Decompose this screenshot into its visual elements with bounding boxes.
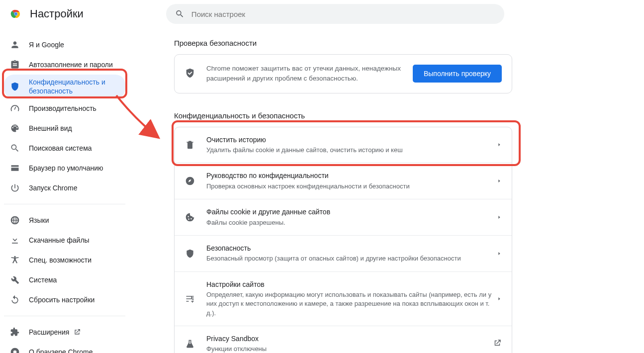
browser-icon — [10, 163, 20, 173]
chrome-logo-icon — [10, 8, 22, 20]
chevron-right-icon — [497, 213, 502, 221]
sidebar-item-label: Я и Google — [29, 40, 64, 49]
shield-icon — [10, 82, 20, 91]
sidebar-item-label: Производительность — [29, 104, 96, 113]
row-title: Privacy Sandbox — [206, 334, 493, 344]
row-desc: Удалить файлы cookie и данные сайтов, оч… — [206, 146, 497, 155]
sidebar-item-privacy[interactable]: Конфиденциальность и безопасность — [4, 75, 125, 98]
row-title: Очистить историю — [206, 135, 497, 145]
sidebar-item-label: Конфиденциальность и безопасность — [29, 78, 119, 95]
trash-icon — [184, 139, 195, 150]
person-icon — [10, 40, 20, 50]
row-privacy-guide[interactable]: Руководство по конфиденциальности Провер… — [175, 163, 512, 199]
chrome-icon — [10, 347, 20, 353]
chevron-right-icon — [497, 295, 502, 303]
search-icon — [175, 9, 184, 19]
row-title: Безопасность — [206, 244, 497, 254]
sidebar-item-default-browser[interactable]: Браузер по умолчанию — [4, 158, 125, 178]
tune-icon — [184, 293, 195, 304]
row-desc: Определяет, какую информацию могут испол… — [206, 290, 497, 318]
safety-check-text: Chrome поможет защитить вас от утечки да… — [206, 64, 413, 84]
search-icon — [10, 143, 20, 153]
sidebar-item-label: Языки — [29, 216, 49, 225]
sidebar-item-search-engine[interactable]: Поисковая система — [4, 138, 125, 158]
reset-icon — [10, 295, 20, 305]
sidebar-item-about[interactable]: О браузере Chrome — [4, 342, 125, 353]
row-desc: Проверка основных настроек конфиденциаль… — [206, 182, 497, 191]
sidebar-item-label: О браузере Chrome — [29, 348, 93, 353]
section-label-safety: Проверка безопасности — [174, 39, 644, 47]
page-title: Настройки — [30, 7, 84, 20]
row-title: Файлы cookie и другие данные сайтов — [206, 207, 497, 217]
sidebar-item-performance[interactable]: Производительность — [4, 98, 125, 118]
row-desc: Безопасный просмотр (защита от опасных с… — [206, 254, 497, 263]
wrench-icon — [10, 275, 20, 285]
row-site-settings[interactable]: Настройки сайтов Определяет, какую инфор… — [175, 272, 512, 326]
chevron-right-icon — [497, 250, 502, 258]
row-desc: Функции отключены — [206, 345, 493, 353]
run-safety-check-button[interactable]: Выполнить проверку — [413, 65, 502, 83]
row-desc: Файлы cookie разрешены. — [206, 218, 497, 227]
sidebar-item-label: Скачанные файлы — [29, 236, 90, 245]
download-icon — [10, 235, 20, 245]
chevron-right-icon — [497, 177, 502, 185]
sidebar-item-label: Запуск Chrome — [29, 183, 77, 192]
compass-icon — [184, 176, 195, 186]
row-clear-browsing-data[interactable]: Очистить историю Удалить файлы cookie и … — [175, 127, 512, 164]
sidebar-item-reset[interactable]: Сбросить настройки — [4, 290, 125, 310]
row-title: Руководство по конфиденциальности — [206, 171, 497, 181]
sidebar-item-you-and-google[interactable]: Я и Google — [4, 35, 125, 55]
sidebar-item-downloads[interactable]: Скачанные файлы — [4, 230, 125, 250]
sidebar: Я и Google Автозаполнение и пароли Конфи… — [0, 28, 129, 353]
row-security[interactable]: Безопасность Безопасный просмотр (защита… — [175, 236, 512, 272]
extension-icon — [10, 327, 20, 337]
section-label-privacy: Конфиденциальность и безопасность — [174, 111, 644, 120]
cookie-icon — [184, 212, 195, 223]
sidebar-item-system[interactable]: Система — [4, 270, 125, 290]
header: Настройки — [0, 0, 644, 28]
sidebar-item-label: Сбросить настройки — [29, 295, 94, 304]
sidebar-item-label: Спец. возможности — [29, 256, 92, 265]
sidebar-item-label: Браузер по умолчанию — [29, 164, 103, 173]
external-link-icon — [493, 339, 502, 349]
search-input[interactable] — [191, 10, 495, 18]
speed-icon — [10, 103, 20, 113]
main-content: Проверка безопасности Chrome поможет защ… — [129, 28, 644, 353]
sidebar-separator — [4, 316, 125, 316]
sidebar-separator — [4, 204, 125, 204]
sidebar-item-on-startup[interactable]: Запуск Chrome — [4, 178, 125, 198]
sidebar-item-label: Расширения — [29, 328, 69, 337]
sidebar-item-languages[interactable]: Языки — [4, 210, 125, 230]
privacy-list: Очистить историю Удалить файлы cookie и … — [174, 127, 512, 353]
sidebar-item-accessibility[interactable]: Спец. возможности — [4, 250, 125, 270]
sidebar-item-appearance[interactable]: Внешний вид — [4, 118, 125, 138]
safety-check-card: Chrome поможет защитить вас от утечки да… — [174, 54, 512, 93]
row-title: Настройки сайтов — [206, 280, 497, 290]
flask-icon — [184, 339, 195, 350]
sidebar-item-label: Система — [29, 275, 57, 284]
row-privacy-sandbox[interactable]: Privacy Sandbox Функции отключены — [175, 326, 512, 353]
chevron-right-icon — [497, 141, 502, 149]
external-link-icon — [73, 328, 81, 336]
shield-icon — [184, 248, 195, 259]
assignment-icon — [10, 60, 20, 70]
search-box[interactable] — [166, 4, 504, 24]
sidebar-item-autofill[interactable]: Автозаполнение и пароли — [4, 55, 125, 75]
accessibility-icon — [10, 255, 20, 265]
globe-icon — [10, 215, 20, 225]
row-cookies[interactable]: Файлы cookie и другие данные сайтов Файл… — [175, 199, 512, 236]
sidebar-item-label: Внешний вид — [29, 124, 72, 133]
sidebar-item-label: Поисковая система — [29, 144, 92, 153]
verified-icon — [184, 68, 195, 80]
sidebar-item-label: Автозаполнение и пароли — [29, 60, 113, 69]
sidebar-item-extensions[interactable]: Расширения — [4, 322, 125, 342]
palette-icon — [10, 123, 20, 133]
power-icon — [10, 183, 20, 193]
